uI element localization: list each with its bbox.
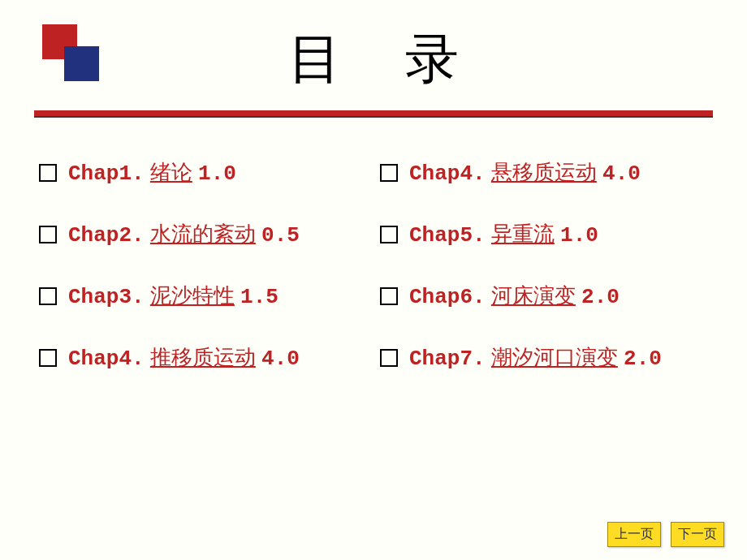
chapter-link[interactable]: 异重流 xyxy=(491,222,555,246)
chapter-prefix: Chap2. xyxy=(68,223,145,248)
chapter-number: 2.0 xyxy=(581,285,620,309)
divider-thin xyxy=(34,117,713,118)
toc-column-right: Chap4. 悬移质运动 4.0 Chap5. 异重流 1.0 Chap6. 河… xyxy=(374,158,715,405)
toc-content: Chap1. 绪论 1.0 Chap2. 水流的紊动 0.5 Chap3. 泥沙… xyxy=(0,158,747,405)
list-item: Chap4. 悬移质运动 4.0 xyxy=(380,158,715,187)
chapter-link[interactable]: 水流的紊动 xyxy=(150,222,256,246)
bullet-icon xyxy=(39,287,57,305)
chapter-link[interactable]: 泥沙特性 xyxy=(150,283,235,308)
chapter-prefix: Chap6. xyxy=(409,285,486,309)
chapter-link[interactable]: 推移质运动 xyxy=(150,345,256,369)
bullet-icon xyxy=(39,226,57,243)
chapter-prefix: Chap5. xyxy=(409,223,486,248)
bullet-icon xyxy=(380,164,398,182)
list-item: Chap3. 泥沙特性 1.5 xyxy=(39,282,374,310)
slide: 目 录 Chap1. 绪论 1.0 Chap2. 水流的紊动 0.5 xyxy=(0,0,747,560)
logo-blue-square xyxy=(64,46,99,81)
chapter-prefix: Chap4. xyxy=(409,162,486,186)
chapter-number: 4.0 xyxy=(602,162,641,186)
chapter-link[interactable]: 河床演变 xyxy=(491,283,576,308)
bullet-icon xyxy=(380,349,398,367)
chapter-prefix: Chap1. xyxy=(68,162,145,186)
chapter-link[interactable]: 绪论 xyxy=(150,160,192,184)
divider-thick xyxy=(34,110,713,117)
chapter-prefix: Chap7. xyxy=(409,347,486,371)
nav-buttons: 上一页 下一页 xyxy=(607,522,724,547)
bullet-icon xyxy=(39,164,57,182)
next-button[interactable]: 下一页 xyxy=(671,522,724,547)
chapter-number: 2.0 xyxy=(624,347,662,371)
chapter-link[interactable]: 潮汐河口演变 xyxy=(491,345,618,369)
chapter-number: 1.5 xyxy=(240,285,279,309)
chapter-number: 4.0 xyxy=(261,347,300,371)
bullet-icon xyxy=(380,287,398,305)
chapter-number: 0.5 xyxy=(261,223,300,248)
chapter-number: 1.0 xyxy=(198,162,236,186)
toc-column-left: Chap1. 绪论 1.0 Chap2. 水流的紊动 0.5 Chap3. 泥沙… xyxy=(32,158,374,405)
list-item: Chap4. 推移质运动 4.0 xyxy=(39,343,374,372)
list-item: Chap1. 绪论 1.0 xyxy=(39,158,374,187)
page-title: 目 录 xyxy=(0,23,747,96)
chapter-link[interactable]: 悬移质运动 xyxy=(491,160,597,184)
chapter-prefix: Chap4. xyxy=(68,347,145,371)
bullet-icon xyxy=(39,349,57,367)
logo-icon xyxy=(42,24,99,81)
chapter-number: 1.0 xyxy=(560,223,598,248)
list-item: Chap5. 异重流 1.0 xyxy=(380,220,715,248)
list-item: Chap7. 潮汐河口演变 2.0 xyxy=(380,343,715,372)
list-item: Chap2. 水流的紊动 0.5 xyxy=(39,220,374,248)
prev-button[interactable]: 上一页 xyxy=(607,522,661,547)
bullet-icon xyxy=(380,226,398,243)
chapter-prefix: Chap3. xyxy=(68,285,145,309)
list-item: Chap6. 河床演变 2.0 xyxy=(380,282,715,310)
